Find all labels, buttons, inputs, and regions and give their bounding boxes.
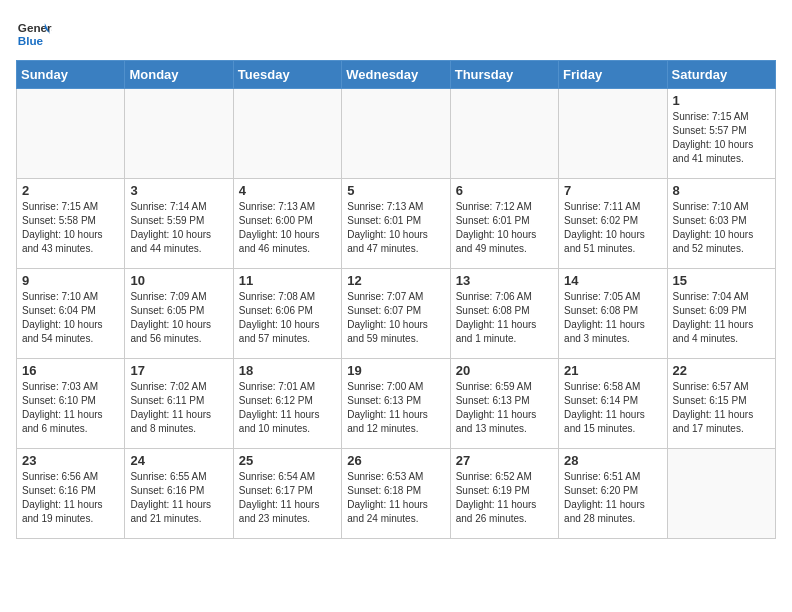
day-number: 4 — [239, 183, 336, 198]
calendar-cell: 2Sunrise: 7:15 AM Sunset: 5:58 PM Daylig… — [17, 179, 125, 269]
day-number: 10 — [130, 273, 227, 288]
calendar-table: SundayMondayTuesdayWednesdayThursdayFrid… — [16, 60, 776, 539]
day-number: 14 — [564, 273, 661, 288]
week-row-4: 16Sunrise: 7:03 AM Sunset: 6:10 PM Dayli… — [17, 359, 776, 449]
day-info: Sunrise: 6:56 AM Sunset: 6:16 PM Dayligh… — [22, 470, 119, 526]
calendar-cell: 15Sunrise: 7:04 AM Sunset: 6:09 PM Dayli… — [667, 269, 775, 359]
calendar-cell: 24Sunrise: 6:55 AM Sunset: 6:16 PM Dayli… — [125, 449, 233, 539]
calendar-cell: 25Sunrise: 6:54 AM Sunset: 6:17 PM Dayli… — [233, 449, 341, 539]
page-header: General Blue — [16, 16, 776, 52]
day-number: 28 — [564, 453, 661, 468]
day-number: 6 — [456, 183, 553, 198]
day-info: Sunrise: 7:01 AM Sunset: 6:12 PM Dayligh… — [239, 380, 336, 436]
day-info: Sunrise: 7:06 AM Sunset: 6:08 PM Dayligh… — [456, 290, 553, 346]
calendar-cell — [559, 89, 667, 179]
day-number: 20 — [456, 363, 553, 378]
day-number: 26 — [347, 453, 444, 468]
day-info: Sunrise: 7:02 AM Sunset: 6:11 PM Dayligh… — [130, 380, 227, 436]
day-number: 18 — [239, 363, 336, 378]
day-info: Sunrise: 6:53 AM Sunset: 6:18 PM Dayligh… — [347, 470, 444, 526]
day-info: Sunrise: 7:04 AM Sunset: 6:09 PM Dayligh… — [673, 290, 770, 346]
day-info: Sunrise: 6:54 AM Sunset: 6:17 PM Dayligh… — [239, 470, 336, 526]
calendar-cell: 4Sunrise: 7:13 AM Sunset: 6:00 PM Daylig… — [233, 179, 341, 269]
day-info: Sunrise: 7:13 AM Sunset: 6:00 PM Dayligh… — [239, 200, 336, 256]
day-info: Sunrise: 6:59 AM Sunset: 6:13 PM Dayligh… — [456, 380, 553, 436]
day-info: Sunrise: 7:05 AM Sunset: 6:08 PM Dayligh… — [564, 290, 661, 346]
calendar-cell: 5Sunrise: 7:13 AM Sunset: 6:01 PM Daylig… — [342, 179, 450, 269]
col-header-sunday: Sunday — [17, 61, 125, 89]
day-info: Sunrise: 7:08 AM Sunset: 6:06 PM Dayligh… — [239, 290, 336, 346]
calendar-cell: 7Sunrise: 7:11 AM Sunset: 6:02 PM Daylig… — [559, 179, 667, 269]
col-header-friday: Friday — [559, 61, 667, 89]
logo-icon: General Blue — [16, 16, 52, 52]
day-number: 8 — [673, 183, 770, 198]
svg-text:Blue: Blue — [18, 34, 44, 47]
day-info: Sunrise: 7:15 AM Sunset: 5:57 PM Dayligh… — [673, 110, 770, 166]
calendar-cell: 26Sunrise: 6:53 AM Sunset: 6:18 PM Dayli… — [342, 449, 450, 539]
calendar-cell: 1Sunrise: 7:15 AM Sunset: 5:57 PM Daylig… — [667, 89, 775, 179]
day-info: Sunrise: 7:09 AM Sunset: 6:05 PM Dayligh… — [130, 290, 227, 346]
day-number: 22 — [673, 363, 770, 378]
day-number: 15 — [673, 273, 770, 288]
day-info: Sunrise: 6:55 AM Sunset: 6:16 PM Dayligh… — [130, 470, 227, 526]
day-info: Sunrise: 7:10 AM Sunset: 6:03 PM Dayligh… — [673, 200, 770, 256]
col-header-tuesday: Tuesday — [233, 61, 341, 89]
day-info: Sunrise: 6:58 AM Sunset: 6:14 PM Dayligh… — [564, 380, 661, 436]
day-info: Sunrise: 6:57 AM Sunset: 6:15 PM Dayligh… — [673, 380, 770, 436]
day-info: Sunrise: 7:11 AM Sunset: 6:02 PM Dayligh… — [564, 200, 661, 256]
day-number: 1 — [673, 93, 770, 108]
calendar-cell: 27Sunrise: 6:52 AM Sunset: 6:19 PM Dayli… — [450, 449, 558, 539]
day-number: 17 — [130, 363, 227, 378]
day-info: Sunrise: 6:52 AM Sunset: 6:19 PM Dayligh… — [456, 470, 553, 526]
week-row-5: 23Sunrise: 6:56 AM Sunset: 6:16 PM Dayli… — [17, 449, 776, 539]
day-info: Sunrise: 7:00 AM Sunset: 6:13 PM Dayligh… — [347, 380, 444, 436]
col-header-thursday: Thursday — [450, 61, 558, 89]
calendar-cell — [233, 89, 341, 179]
day-number: 27 — [456, 453, 553, 468]
calendar-cell: 19Sunrise: 7:00 AM Sunset: 6:13 PM Dayli… — [342, 359, 450, 449]
col-header-wednesday: Wednesday — [342, 61, 450, 89]
day-info: Sunrise: 7:12 AM Sunset: 6:01 PM Dayligh… — [456, 200, 553, 256]
day-info: Sunrise: 7:14 AM Sunset: 5:59 PM Dayligh… — [130, 200, 227, 256]
calendar-cell — [125, 89, 233, 179]
week-row-2: 2Sunrise: 7:15 AM Sunset: 5:58 PM Daylig… — [17, 179, 776, 269]
calendar-cell: 12Sunrise: 7:07 AM Sunset: 6:07 PM Dayli… — [342, 269, 450, 359]
calendar-cell: 14Sunrise: 7:05 AM Sunset: 6:08 PM Dayli… — [559, 269, 667, 359]
calendar-header-row: SundayMondayTuesdayWednesdayThursdayFrid… — [17, 61, 776, 89]
day-number: 3 — [130, 183, 227, 198]
day-number: 21 — [564, 363, 661, 378]
col-header-saturday: Saturday — [667, 61, 775, 89]
calendar-cell: 8Sunrise: 7:10 AM Sunset: 6:03 PM Daylig… — [667, 179, 775, 269]
week-row-3: 9Sunrise: 7:10 AM Sunset: 6:04 PM Daylig… — [17, 269, 776, 359]
week-row-1: 1Sunrise: 7:15 AM Sunset: 5:57 PM Daylig… — [17, 89, 776, 179]
col-header-monday: Monday — [125, 61, 233, 89]
day-number: 12 — [347, 273, 444, 288]
day-number: 9 — [22, 273, 119, 288]
day-number: 2 — [22, 183, 119, 198]
calendar-cell: 20Sunrise: 6:59 AM Sunset: 6:13 PM Dayli… — [450, 359, 558, 449]
calendar-cell — [450, 89, 558, 179]
calendar-cell: 6Sunrise: 7:12 AM Sunset: 6:01 PM Daylig… — [450, 179, 558, 269]
day-info: Sunrise: 7:03 AM Sunset: 6:10 PM Dayligh… — [22, 380, 119, 436]
calendar-cell: 23Sunrise: 6:56 AM Sunset: 6:16 PM Dayli… — [17, 449, 125, 539]
calendar-cell: 9Sunrise: 7:10 AM Sunset: 6:04 PM Daylig… — [17, 269, 125, 359]
calendar-cell: 17Sunrise: 7:02 AM Sunset: 6:11 PM Dayli… — [125, 359, 233, 449]
calendar-cell — [17, 89, 125, 179]
day-number: 25 — [239, 453, 336, 468]
day-number: 19 — [347, 363, 444, 378]
day-info: Sunrise: 7:07 AM Sunset: 6:07 PM Dayligh… — [347, 290, 444, 346]
calendar-cell: 10Sunrise: 7:09 AM Sunset: 6:05 PM Dayli… — [125, 269, 233, 359]
calendar-cell: 28Sunrise: 6:51 AM Sunset: 6:20 PM Dayli… — [559, 449, 667, 539]
calendar-cell: 18Sunrise: 7:01 AM Sunset: 6:12 PM Dayli… — [233, 359, 341, 449]
day-info: Sunrise: 6:51 AM Sunset: 6:20 PM Dayligh… — [564, 470, 661, 526]
day-number: 7 — [564, 183, 661, 198]
logo: General Blue — [16, 16, 52, 52]
day-number: 24 — [130, 453, 227, 468]
day-number: 5 — [347, 183, 444, 198]
day-number: 13 — [456, 273, 553, 288]
calendar-cell: 22Sunrise: 6:57 AM Sunset: 6:15 PM Dayli… — [667, 359, 775, 449]
calendar-cell: 13Sunrise: 7:06 AM Sunset: 6:08 PM Dayli… — [450, 269, 558, 359]
calendar-cell — [667, 449, 775, 539]
day-info: Sunrise: 7:15 AM Sunset: 5:58 PM Dayligh… — [22, 200, 119, 256]
calendar-cell: 11Sunrise: 7:08 AM Sunset: 6:06 PM Dayli… — [233, 269, 341, 359]
